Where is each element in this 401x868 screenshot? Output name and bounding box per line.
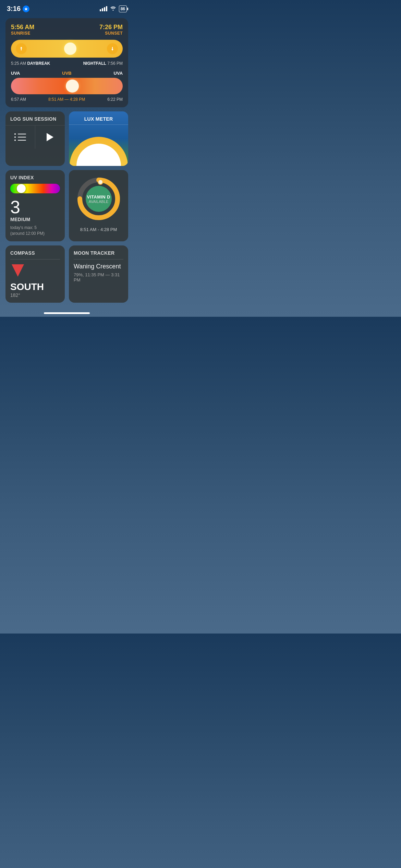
uv-gradient-thumb xyxy=(17,184,26,193)
uv-level: MEDIUM xyxy=(10,217,60,222)
moon-phase: Waning Crescent xyxy=(74,263,123,270)
svg-rect-1 xyxy=(112,47,113,49)
uv-exposure-bar xyxy=(11,78,123,94)
vitamin-d-sub: AVAILABLE xyxy=(87,200,110,204)
uv-bar-thumb xyxy=(66,80,79,93)
main-content: 5:56 AM SUNRISE 7:26 PM SUNSET xyxy=(0,15,134,308)
uva-uvb-labels: UVA UVB UVA xyxy=(11,71,123,76)
location-icon xyxy=(23,5,29,12)
status-bar: 3:16 86 xyxy=(0,0,134,15)
uv-index-widget: UV INDEX 3 MEDIUM today's max: 5 (around… xyxy=(5,170,65,241)
uv-value: 3 xyxy=(10,198,60,216)
uva-left-label: UVA xyxy=(11,71,48,76)
lux-meter-widget[interactable]: LUX METER xyxy=(69,111,128,166)
status-time: 3:16 xyxy=(7,5,29,13)
vitamin-d-donut: VITAMIN D AVAILABLE xyxy=(75,175,123,223)
play-icon xyxy=(47,133,53,141)
status-right: 86 xyxy=(100,5,127,12)
signal-bars xyxy=(100,6,107,11)
battery-level: 86 xyxy=(121,7,125,11)
compass-arrow xyxy=(12,264,24,277)
sunrise-icon xyxy=(16,43,27,54)
uvb-label: UVB xyxy=(48,71,86,76)
log-play-button[interactable] xyxy=(35,125,65,149)
compass-direction: SOUTH xyxy=(10,281,60,292)
vitamin-d-widget: VITAMIN D AVAILABLE 8:51 AM - 4:28 PM xyxy=(69,170,128,241)
uv-start-time: 6:57 AM xyxy=(11,97,26,102)
log-sun-buttons xyxy=(5,125,65,149)
lux-visual xyxy=(69,125,128,166)
compass-degrees: 182° xyxy=(10,292,60,298)
list-icon xyxy=(14,133,26,141)
uv-gradient-bar xyxy=(10,184,60,193)
sun-card: 5:56 AM SUNRISE 7:26 PM SUNSET xyxy=(5,18,128,107)
sunset-icon xyxy=(107,43,118,54)
moon-tracker-title: MOON TRACKER xyxy=(74,250,123,260)
daybreak-nightfall: 5:25 AM DAYBREAK NIGHTFALL 7:56 PM xyxy=(11,61,123,66)
uv-max-info: today's max: 5 (around 12:00 PM) xyxy=(10,225,60,237)
battery-indicator: 86 xyxy=(119,5,127,12)
uv-end-time: 6:22 PM xyxy=(107,97,123,102)
lux-meter-title: LUX METER xyxy=(69,111,128,125)
sunset-time: 7:26 PM xyxy=(99,24,123,31)
log-sun-title: LOG SUN SESSION xyxy=(5,111,65,125)
nightfall-info: NIGHTFALL 7:56 PM xyxy=(83,61,123,66)
sunset-label: SUNSET xyxy=(99,31,123,36)
widget-row-3: COMPASS SOUTH 182° MOON TRACKER Waning C… xyxy=(5,245,128,303)
sunrise-time: 5:56 AM xyxy=(11,24,34,31)
uv-peak-range: 8:51 AM — 4:28 PM xyxy=(48,97,85,102)
uva-right-label: UVA xyxy=(85,71,123,76)
svg-rect-0 xyxy=(21,48,22,50)
sun-position-indicator xyxy=(64,43,76,55)
vitamin-d-title: VITAMIN D xyxy=(87,194,110,200)
sun-times: 5:56 AM SUNRISE 7:26 PM SUNSET xyxy=(11,24,123,36)
widget-row-2: UV INDEX 3 MEDIUM today's max: 5 (around… xyxy=(5,170,128,241)
moon-tracker-widget: MOON TRACKER Waning Crescent 79%, 11:35 … xyxy=(69,245,128,303)
sunset-info: 7:26 PM SUNSET xyxy=(99,24,123,36)
sunrise-info: 5:56 AM SUNRISE xyxy=(11,24,34,36)
svg-point-5 xyxy=(98,180,103,184)
time-display: 3:16 xyxy=(7,5,21,13)
compass-title: COMPASS xyxy=(10,250,60,260)
sunrise-label: SUNRISE xyxy=(11,31,34,36)
compass-widget: COMPASS SOUTH 182° xyxy=(5,245,65,303)
vitamin-d-time: 8:51 AM - 4:28 PM xyxy=(80,227,117,232)
uv-index-title: UV INDEX xyxy=(10,175,60,180)
wifi-icon xyxy=(110,6,116,12)
log-sun-session-widget: LOG SUN SESSION xyxy=(5,111,65,166)
uv-times: 6:57 AM 8:51 AM — 4:28 PM 6:22 PM xyxy=(11,97,123,102)
home-indicator xyxy=(44,312,90,314)
sun-arc-bar xyxy=(11,40,123,58)
vitamin-d-center: VITAMIN D AVAILABLE xyxy=(87,194,110,204)
widget-row-1: LOG SUN SESSION LUX METER xyxy=(5,111,128,166)
log-list-button[interactable] xyxy=(5,125,35,149)
daybreak-info: 5:25 AM DAYBREAK xyxy=(11,61,50,66)
moon-details: 79%, 11:35 PM — 3:31 PM xyxy=(74,272,123,282)
